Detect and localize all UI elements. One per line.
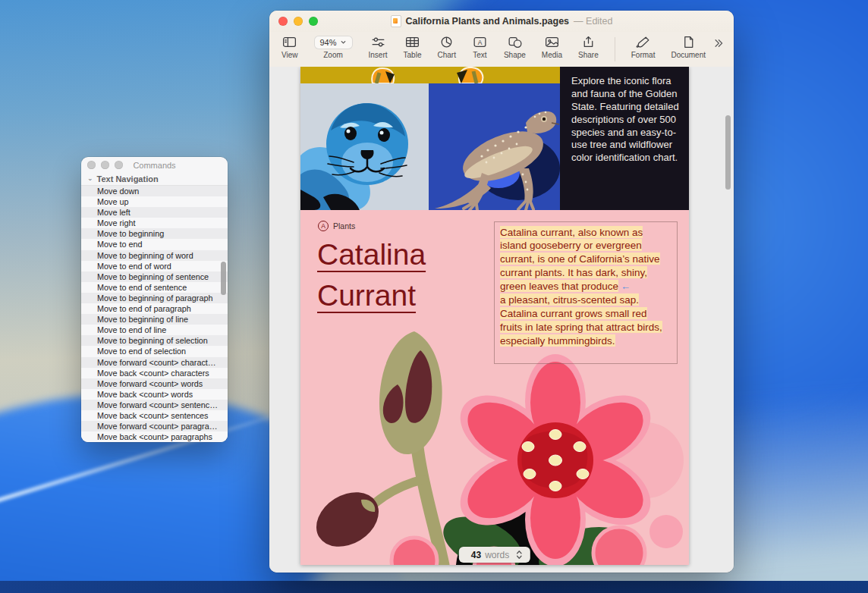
toolbar-label: Insert	[369, 51, 388, 59]
toolbar-divider	[615, 37, 615, 61]
toolbar-format-button[interactable]: Format	[631, 35, 656, 59]
commands-window-title: Commands	[133, 161, 175, 170]
svg-text:A: A	[478, 39, 483, 46]
command-item[interactable]: Move to beginning	[81, 228, 228, 239]
document-icon	[681, 35, 697, 49]
document-title: California Plants and Animals.pages	[406, 16, 570, 27]
media-icon	[544, 35, 560, 49]
word-count-value: 43	[471, 550, 481, 560]
fullscreen-button[interactable]	[309, 17, 318, 26]
toolbar-table-button[interactable]: Table	[404, 35, 422, 59]
pages-traffic-lights	[278, 17, 318, 26]
command-item[interactable]: Move to end of paragraph	[81, 303, 228, 314]
minimize-button[interactable]	[294, 17, 303, 26]
command-item[interactable]: Move down	[81, 186, 228, 196]
lizard-illustration	[429, 83, 560, 210]
style-badge-a[interactable]: A	[318, 221, 329, 231]
commands-section-label: Text Navigation	[97, 174, 159, 184]
commands-section-header[interactable]: ⌄ Text Navigation	[81, 173, 228, 186]
pages-toolbar: View94%ZoomInsertTableChartATextShapeMed…	[269, 32, 734, 70]
stepper-chevrons-icon[interactable]	[513, 549, 523, 560]
zoom-level-control[interactable]: 94%	[314, 36, 353, 49]
command-item[interactable]: Move to end	[81, 239, 228, 249]
category-badge-row: A Plants	[318, 221, 355, 231]
insert-icon	[370, 35, 386, 49]
command-item[interactable]: Move to beginning of paragraph	[81, 293, 228, 303]
word-count-control[interactable]: 43 words	[459, 547, 530, 563]
toolbar-text-button[interactable]: AText	[472, 35, 488, 59]
chart-icon	[439, 35, 454, 49]
shape-icon	[507, 35, 523, 49]
wallpaper-bottom-navy-band	[0, 581, 868, 593]
body-text-box[interactable]: Catalina currant, also known as island g…	[494, 221, 678, 364]
command-item[interactable]: Move back <count> sentences	[81, 410, 228, 421]
toolbar-shape-button[interactable]: Shape	[504, 35, 526, 59]
article-heading[interactable]: Catalina Currant	[317, 234, 426, 316]
toolbar-chart-button[interactable]: Chart	[437, 35, 455, 59]
toolbar-label: Format	[631, 51, 656, 59]
toolbar-zoom-button[interactable]: 94%Zoom	[314, 35, 353, 59]
close-button[interactable]	[278, 17, 288, 26]
toolbar-label: Media	[542, 51, 562, 59]
toolbar-document-button[interactable]: Document	[671, 35, 706, 59]
command-item[interactable]: Move to beginning of word	[81, 250, 228, 261]
toolbar-label: Share	[578, 51, 599, 59]
command-item[interactable]: Move forward <count> paragra…	[81, 421, 228, 431]
toolbar-label: Shape	[504, 51, 526, 59]
line-break-marker-icon: ←	[621, 281, 631, 292]
disclosure-chevron-icon: ⌄	[87, 174, 93, 182]
highlighted-text-segment-1: Catalina currant, also known as island g…	[500, 226, 660, 293]
command-item[interactable]: Move to end of word	[81, 261, 228, 271]
zoom-control: 94%	[314, 35, 353, 49]
command-item[interactable]: Move back <count> words	[81, 389, 228, 400]
command-item[interactable]: Move up	[81, 196, 228, 207]
command-item[interactable]: Move to end of selection	[81, 346, 228, 356]
toolbar-view-button[interactable]: View	[281, 35, 298, 59]
toolbar-label: Table	[404, 51, 422, 59]
zoom-button-inactive[interactable]	[115, 161, 123, 169]
table-icon	[404, 35, 420, 49]
command-item[interactable]: Move to beginning of selection	[81, 335, 228, 346]
chevron-down-icon	[340, 39, 347, 45]
close-button-inactive[interactable]	[87, 161, 96, 169]
highlighted-text-segment-2: a pleasant, citrus-scented sap. Catalina…	[500, 293, 662, 347]
command-item[interactable]: Move to beginning of line	[81, 314, 228, 325]
edited-status: — Edited	[574, 16, 612, 27]
intro-text: Explore the iconic flora and fauna of th…	[571, 75, 680, 165]
command-item[interactable]: Move right	[81, 218, 228, 228]
pages-window: California Plants and Animals.pages — Ed…	[269, 11, 734, 573]
share-icon	[580, 35, 596, 49]
toolbar-media-button[interactable]: Media	[542, 35, 562, 59]
pages-titlebar[interactable]: California Plants and Animals.pages — Ed…	[269, 11, 734, 32]
commands-list: Move downMove upMove leftMove rightMove …	[81, 186, 228, 442]
seal-illustration	[300, 83, 429, 210]
command-item[interactable]: Move to end of sentence	[81, 282, 228, 293]
command-item[interactable]: Move forward <count> charact…	[81, 357, 228, 368]
command-item[interactable]: Move back <count> characters	[81, 368, 228, 378]
toolbar-label: Text	[473, 51, 486, 59]
toolbar-share-button[interactable]: Share	[578, 35, 599, 59]
window-title: California Plants and Animals.pages — Ed…	[391, 15, 613, 27]
toolbar-label: Chart	[437, 51, 455, 59]
command-item[interactable]: Move left	[81, 207, 228, 218]
document-canvas: Explore the iconic flora and fauna of th…	[269, 67, 734, 573]
command-item[interactable]: Move forward <count> words	[81, 378, 228, 389]
commands-titlebar[interactable]: Commands	[81, 157, 228, 173]
command-item[interactable]: Move forward <count> sentenc…	[81, 400, 228, 410]
document-page[interactable]: Explore the iconic flora and fauna of th…	[300, 67, 689, 565]
toolbar-label: View	[281, 51, 298, 59]
zoom-level-value: 94%	[320, 38, 337, 47]
pages-document-icon	[391, 15, 401, 27]
document-scrollbar-thumb[interactable]	[725, 115, 731, 190]
word-count-label: words	[485, 550, 509, 560]
toolbar-insert-button[interactable]: Insert	[369, 35, 388, 59]
command-item[interactable]: Move to beginning of sentence	[81, 271, 228, 282]
commands-scrollbar-thumb[interactable]	[221, 262, 226, 295]
minimize-button-inactive[interactable]	[101, 161, 109, 169]
more-toolbar-items-button[interactable]	[712, 38, 725, 52]
command-item[interactable]: Move to end of line	[81, 325, 228, 335]
intro-text-block[interactable]: Explore the iconic flora and fauna of th…	[560, 67, 689, 210]
command-item[interactable]: Move back <count> paragraphs	[81, 431, 228, 442]
plants-section: A Plants Catalina Currant Catalina curra…	[300, 210, 689, 565]
view-icon	[281, 35, 297, 49]
